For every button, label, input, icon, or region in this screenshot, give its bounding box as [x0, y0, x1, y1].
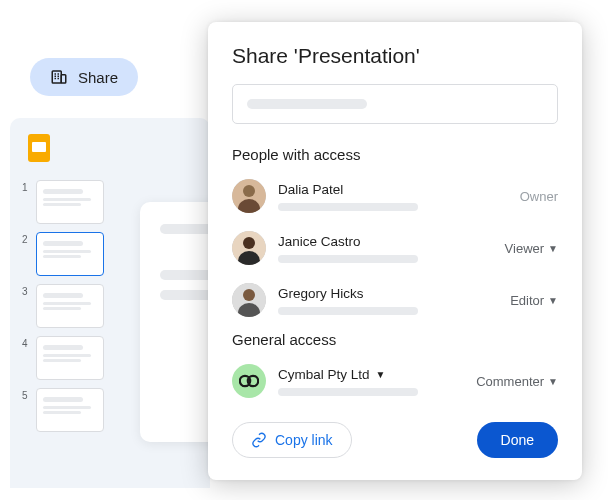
- copy-link-button[interactable]: Copy link: [232, 422, 352, 458]
- general-access-header: General access: [232, 331, 558, 348]
- avatar: [232, 231, 266, 265]
- avatar: [232, 283, 266, 317]
- role-dropdown[interactable]: Editor ▼: [510, 293, 558, 308]
- org-avatar: [232, 364, 266, 398]
- access-row: Dalia Patel Owner: [232, 175, 558, 217]
- person-name: Janice Castro: [278, 234, 505, 249]
- caret-down-icon: ▼: [376, 369, 386, 380]
- person-email-placeholder: [278, 255, 418, 263]
- input-placeholder-bar: [247, 99, 367, 109]
- general-access-row: Cymbal Pty Ltd ▼ Commenter ▼: [232, 360, 558, 402]
- access-row: Janice Castro Viewer ▼: [232, 227, 558, 269]
- share-chip[interactable]: Share: [30, 58, 138, 96]
- role-dropdown[interactable]: Commenter ▼: [476, 374, 558, 389]
- org-dropdown[interactable]: Cymbal Pty Ltd ▼: [278, 367, 476, 382]
- copy-link-label: Copy link: [275, 432, 333, 448]
- avatar: [232, 179, 266, 213]
- org-sub-placeholder: [278, 388, 418, 396]
- share-chip-label: Share: [78, 69, 118, 86]
- person-email-placeholder: [278, 307, 418, 315]
- link-icon: [251, 432, 267, 448]
- share-dialog: Share 'Presentation' People with access …: [208, 22, 582, 480]
- role-label-owner: Owner: [520, 189, 558, 204]
- caret-down-icon: ▼: [548, 243, 558, 254]
- person-name: Gregory Hicks: [278, 286, 510, 301]
- svg-rect-0: [52, 71, 61, 83]
- svg-point-9: [243, 185, 255, 197]
- access-row: Gregory Hicks Editor ▼: [232, 279, 558, 321]
- slides-logo-icon: [28, 134, 50, 162]
- role-dropdown[interactable]: Viewer ▼: [505, 241, 558, 256]
- svg-point-15: [243, 289, 255, 301]
- person-email-placeholder: [278, 203, 418, 211]
- caret-down-icon: ▼: [548, 295, 558, 306]
- dialog-title: Share 'Presentation': [232, 44, 558, 68]
- people-with-access-header: People with access: [232, 146, 558, 163]
- add-people-input[interactable]: [232, 84, 558, 124]
- svg-rect-1: [61, 75, 66, 83]
- caret-down-icon: ▼: [548, 376, 558, 387]
- building-icon: [50, 68, 68, 86]
- person-name: Dalia Patel: [278, 182, 520, 197]
- done-button[interactable]: Done: [477, 422, 558, 458]
- svg-point-12: [243, 237, 255, 249]
